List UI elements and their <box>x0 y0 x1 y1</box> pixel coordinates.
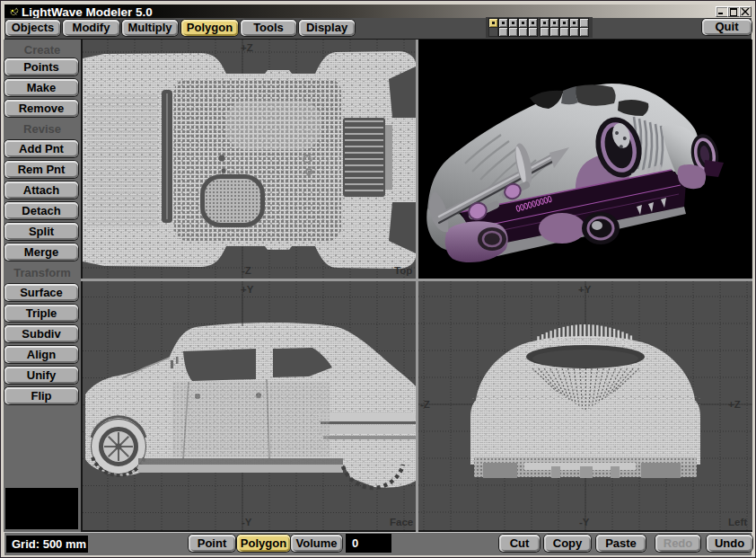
svg-text:+Z: +Z <box>728 399 741 410</box>
svg-text:+Y: +Y <box>241 284 254 295</box>
svg-text:+Y: +Y <box>578 284 592 295</box>
svg-text:+Z: +Z <box>241 42 253 53</box>
svg-text:Face: Face <box>390 517 413 527</box>
svg-text:-Y: -Y <box>579 517 590 527</box>
svg-text:-Z: -Z <box>420 399 430 410</box>
svg-text:Top: Top <box>394 265 412 276</box>
svg-text:-Y: -Y <box>242 517 252 527</box>
svg-text:-Z: -Z <box>242 265 251 276</box>
svg-text:Left: Left <box>728 517 747 527</box>
